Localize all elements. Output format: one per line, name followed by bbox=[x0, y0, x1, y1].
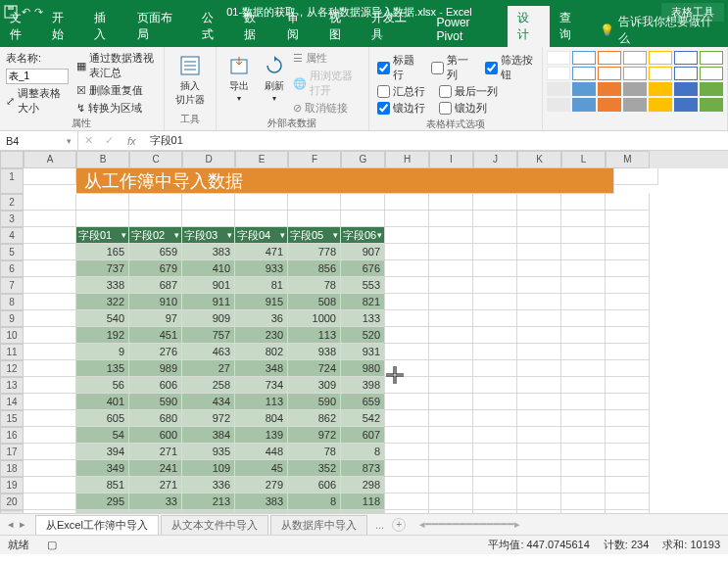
cell[interactable] bbox=[473, 227, 517, 244]
cell[interactable] bbox=[385, 460, 429, 477]
cell[interactable] bbox=[606, 477, 650, 494]
cell[interactable] bbox=[473, 444, 517, 460]
cell[interactable] bbox=[473, 294, 517, 310]
cell[interactable] bbox=[561, 327, 606, 344]
cell[interactable]: 78 bbox=[288, 277, 341, 294]
row-header[interactable]: 5 bbox=[0, 244, 24, 260]
cell[interactable] bbox=[561, 460, 606, 477]
cell[interactable]: 213 bbox=[182, 494, 235, 510]
cell[interactable]: 279 bbox=[235, 477, 288, 494]
cell[interactable]: 139 bbox=[235, 427, 288, 444]
cell[interactable]: 553 bbox=[341, 277, 385, 294]
cell[interactable] bbox=[429, 494, 473, 510]
row-header[interactable]: 17 bbox=[0, 444, 24, 460]
cell[interactable]: 字段04▾ bbox=[235, 227, 288, 244]
style-swatch[interactable] bbox=[623, 67, 647, 80]
row-header[interactable]: 9 bbox=[0, 310, 24, 327]
cell[interactable] bbox=[517, 377, 561, 394]
cell[interactable] bbox=[517, 460, 561, 477]
style-swatch[interactable] bbox=[700, 67, 723, 80]
cell[interactable] bbox=[129, 194, 182, 211]
cell[interactable] bbox=[561, 194, 606, 211]
row-header[interactable]: 14 bbox=[0, 394, 24, 410]
cell[interactable]: 338 bbox=[76, 277, 129, 294]
cell[interactable] bbox=[561, 344, 606, 360]
cell[interactable] bbox=[473, 277, 517, 294]
cell[interactable] bbox=[24, 427, 76, 444]
cell[interactable] bbox=[288, 194, 341, 211]
cell[interactable] bbox=[182, 194, 235, 211]
cell[interactable] bbox=[606, 444, 650, 460]
cell[interactable]: 901 bbox=[182, 277, 235, 294]
cell[interactable]: 401 bbox=[76, 394, 129, 410]
cell[interactable] bbox=[517, 410, 561, 427]
cell[interactable]: 27 bbox=[182, 360, 235, 377]
cell[interactable] bbox=[182, 211, 235, 227]
cell[interactable] bbox=[429, 227, 473, 244]
cell[interactable] bbox=[561, 277, 606, 294]
cell[interactable] bbox=[385, 227, 429, 244]
cell[interactable] bbox=[385, 394, 429, 410]
cell[interactable] bbox=[385, 310, 429, 327]
cell[interactable] bbox=[385, 360, 429, 377]
cell[interactable] bbox=[429, 394, 473, 410]
cell[interactable]: 字段01▾ bbox=[76, 227, 129, 244]
cell[interactable] bbox=[517, 211, 561, 227]
style-swatch[interactable] bbox=[547, 82, 570, 96]
cell[interactable]: 655 bbox=[76, 510, 129, 513]
new-sheet-button[interactable]: + bbox=[392, 518, 406, 532]
cell[interactable] bbox=[517, 294, 561, 310]
undo-icon[interactable]: ↶ bbox=[22, 6, 30, 19]
fx-icon[interactable]: fx bbox=[120, 135, 144, 147]
cell[interactable]: 972 bbox=[288, 427, 341, 444]
cell[interactable] bbox=[24, 327, 76, 344]
cell[interactable] bbox=[517, 260, 561, 277]
cell[interactable] bbox=[473, 427, 517, 444]
check-banded-cols[interactable]: 镶边列 bbox=[439, 101, 487, 116]
cell[interactable]: 778 bbox=[288, 244, 341, 260]
cell[interactable] bbox=[24, 244, 76, 260]
col-header[interactable]: I bbox=[429, 151, 473, 168]
tab-数据[interactable]: 数据 bbox=[234, 6, 276, 47]
cell[interactable]: 972 bbox=[182, 410, 235, 427]
cell[interactable] bbox=[24, 477, 76, 494]
col-header[interactable]: K bbox=[517, 151, 561, 168]
row-header[interactable]: 15 bbox=[0, 410, 24, 427]
cell[interactable] bbox=[606, 377, 650, 394]
style-swatch[interactable] bbox=[547, 51, 570, 65]
cell[interactable] bbox=[561, 211, 606, 227]
cell[interactable]: 1000 bbox=[288, 310, 341, 327]
check-first-col[interactable]: 第一列 bbox=[431, 53, 471, 82]
col-header[interactable]: D bbox=[182, 151, 235, 168]
cell[interactable]: 802 bbox=[235, 344, 288, 360]
cell[interactable] bbox=[385, 344, 429, 360]
cell[interactable]: 298 bbox=[341, 477, 385, 494]
cell[interactable]: 606 bbox=[129, 377, 182, 394]
cell[interactable]: 935 bbox=[182, 444, 235, 460]
cell[interactable] bbox=[473, 194, 517, 211]
cell[interactable]: 471 bbox=[235, 244, 288, 260]
cell[interactable]: 394 bbox=[76, 444, 129, 460]
cell[interactable]: 271 bbox=[129, 477, 182, 494]
cell[interactable]: 18 bbox=[129, 510, 182, 513]
cell[interactable]: 757 bbox=[182, 327, 235, 344]
style-swatch[interactable] bbox=[674, 67, 698, 80]
check-total-row[interactable]: 汇总行 bbox=[377, 84, 425, 99]
tab-开始[interactable]: 开始 bbox=[42, 6, 84, 47]
cell[interactable] bbox=[606, 344, 650, 360]
tab-设计[interactable]: 设计 bbox=[508, 6, 550, 47]
cell[interactable]: 383 bbox=[235, 494, 288, 510]
check-last-col[interactable]: 最后一列 bbox=[439, 84, 498, 99]
cell[interactable] bbox=[76, 194, 129, 211]
cell[interactable] bbox=[24, 344, 76, 360]
cell[interactable]: 109 bbox=[182, 460, 235, 477]
cell[interactable]: 81 bbox=[235, 277, 288, 294]
cell[interactable] bbox=[385, 294, 429, 310]
cell[interactable]: 873 bbox=[341, 460, 385, 477]
cell[interactable]: 336 bbox=[182, 477, 235, 494]
cell[interactable] bbox=[385, 327, 429, 344]
cell[interactable] bbox=[385, 427, 429, 444]
cell[interactable]: 8 bbox=[288, 494, 341, 510]
cell[interactable] bbox=[429, 427, 473, 444]
style-swatch[interactable] bbox=[598, 98, 621, 112]
